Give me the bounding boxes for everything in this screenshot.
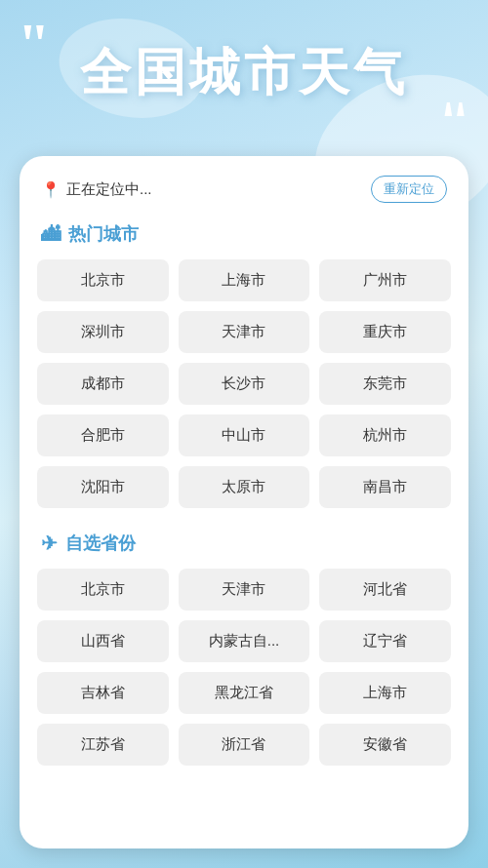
location-icon: 📍: [41, 180, 61, 199]
province-button[interactable]: 山西省: [37, 620, 169, 662]
header: " 全国城市天气 ": [0, 0, 488, 137]
province-button[interactable]: 辽宁省: [319, 620, 451, 662]
provinces-icon: ✈: [41, 532, 58, 555]
city-button[interactable]: 成都市: [37, 363, 169, 405]
hot-cities-label: 热门城市: [68, 222, 139, 246]
city-button[interactable]: 沈阳市: [37, 466, 169, 508]
page-title: 全国城市天气: [20, 29, 468, 117]
city-button[interactable]: 重庆市: [319, 311, 451, 353]
city-button[interactable]: 上海市: [179, 259, 310, 301]
city-button[interactable]: 南昌市: [319, 466, 451, 508]
city-button[interactable]: 长沙市: [179, 363, 310, 405]
provinces-grid: 北京市天津市河北省山西省内蒙古自...辽宁省吉林省黑龙江省上海市江苏省浙江省安徽…: [37, 569, 451, 766]
location-bar: 📍 正在定位中... 重新定位: [37, 176, 451, 203]
city-button[interactable]: 广州市: [319, 259, 451, 301]
location-text: 正在定位中...: [66, 180, 152, 199]
main-card: 📍 正在定位中... 重新定位 🏙 热门城市 北京市上海市广州市深圳市天津市重庆…: [20, 156, 468, 848]
province-button[interactable]: 内蒙古自...: [179, 620, 310, 662]
province-button[interactable]: 江苏省: [37, 724, 169, 766]
hot-cities-grid: 北京市上海市广州市深圳市天津市重庆市成都市长沙市东莞市合肥市中山市杭州市沈阳市太…: [37, 259, 451, 508]
province-button[interactable]: 天津市: [179, 569, 310, 611]
province-button[interactable]: 河北省: [319, 569, 451, 611]
relocate-button[interactable]: 重新定位: [371, 176, 447, 203]
province-button[interactable]: 浙江省: [179, 724, 310, 766]
city-button[interactable]: 东莞市: [319, 363, 451, 405]
provinces-title: ✈ 自选省份: [37, 532, 451, 555]
city-button[interactable]: 合肥市: [37, 414, 169, 456]
province-button[interactable]: 黑龙江省: [179, 672, 310, 714]
city-button[interactable]: 中山市: [179, 414, 310, 456]
city-button[interactable]: 北京市: [37, 259, 169, 301]
city-button[interactable]: 天津市: [179, 311, 310, 353]
hot-cities-title: 🏙 热门城市: [37, 222, 451, 246]
province-button[interactable]: 安徽省: [319, 724, 451, 766]
province-button[interactable]: 北京市: [37, 569, 169, 611]
city-button[interactable]: 太原市: [179, 466, 310, 508]
city-button[interactable]: 杭州市: [319, 414, 451, 456]
hot-cities-icon: 🏙: [41, 223, 61, 246]
city-button[interactable]: 深圳市: [37, 311, 169, 353]
province-button[interactable]: 吉林省: [37, 672, 169, 714]
provinces-label: 自选省份: [65, 532, 136, 555]
province-button[interactable]: 上海市: [319, 672, 451, 714]
location-status: 📍 正在定位中...: [41, 180, 152, 199]
